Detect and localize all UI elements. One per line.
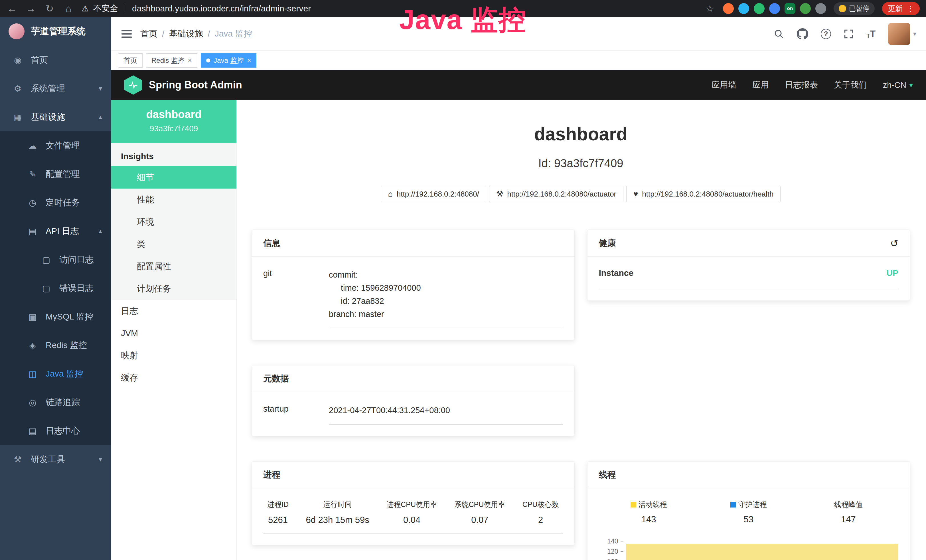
info-line: branch: master bbox=[329, 307, 563, 321]
font-size-icon[interactable]: TT bbox=[866, 29, 876, 39]
sidebar-item-label: 访问日志 bbox=[59, 254, 94, 266]
tab-home[interactable]: 首页 bbox=[118, 53, 142, 68]
forward-icon[interactable]: → bbox=[25, 3, 36, 14]
sba-item-performance[interactable]: 性能 bbox=[111, 189, 236, 211]
process-column-label: 进程ID bbox=[267, 500, 289, 509]
app-logo-row[interactable]: 芋道管理系统 bbox=[0, 17, 111, 45]
search-icon[interactable] bbox=[773, 29, 784, 39]
sba-item-jvm[interactable]: JVM bbox=[111, 322, 236, 344]
sidebar-item-file-management[interactable]: ☁文件管理 bbox=[0, 131, 111, 160]
sidebar-item-dev-tools[interactable]: ⚒研发工具▾ bbox=[0, 445, 111, 474]
sba-sidebar: dashboard 93a3fc7f7409 Insights 细节性能环境类配… bbox=[111, 100, 237, 560]
app-frame: 芋道管理系统 ◉首页⚙系统管理▾▦基础设施▴☁文件管理✎配置管理◷定时任务▤AP… bbox=[0, 17, 926, 560]
process-column-value: 2 bbox=[522, 515, 559, 525]
sba-item-config-properties[interactable]: 配置属性 bbox=[111, 255, 236, 278]
sidebar-item-scheduled-jobs[interactable]: ◷定时任务 bbox=[0, 188, 111, 217]
tab-java-monitor[interactable]: Java 监控× bbox=[201, 53, 256, 68]
breadcrumb-item-infrastructure[interactable]: 基础设施 bbox=[169, 28, 203, 40]
extension-plugin-icon[interactable] bbox=[816, 3, 826, 14]
sba-bottom-list: 日志JVM映射缓存 bbox=[111, 300, 236, 389]
sba-item-mappings[interactable]: 映射 bbox=[111, 344, 236, 366]
address-bar[interactable]: ⚠ 不安全 dashboard.yudao.iocoder.cn/infra/a… bbox=[82, 3, 697, 14]
legend-label: 线程峰值 bbox=[834, 500, 863, 509]
back-icon[interactable]: ← bbox=[6, 3, 18, 14]
app-title: 芋道管理系统 bbox=[31, 25, 86, 38]
sba-item-caches[interactable]: 缓存 bbox=[111, 366, 236, 389]
info-line: id: 27aa832 bbox=[329, 294, 563, 307]
doc-icon: ▢ bbox=[40, 283, 53, 293]
sba-nav-about[interactable]: 关于我们 bbox=[834, 79, 867, 91]
sidebar-item-error-logs[interactable]: ▢错误日志 bbox=[0, 274, 111, 303]
extension-grid-icon[interactable] bbox=[769, 3, 780, 14]
close-icon[interactable]: × bbox=[247, 57, 251, 64]
breadcrumb-item-home[interactable]: 首页 bbox=[140, 28, 157, 40]
sidebar-item-home[interactable]: ◉首页 bbox=[0, 45, 111, 74]
sba-item-scheduled-tasks[interactable]: 计划任务 bbox=[111, 278, 236, 300]
sba-insights-list: 细节性能环境类配置属性计划任务 bbox=[111, 166, 236, 300]
process-column-value: 0.04 bbox=[386, 515, 437, 525]
tab-redis-monitor[interactable]: Redis 监控× bbox=[146, 53, 197, 68]
extension-fox-icon[interactable] bbox=[723, 3, 734, 14]
extension-sprout-icon[interactable] bbox=[800, 3, 811, 14]
bookmark-star-icon[interactable]: ☆ bbox=[704, 3, 716, 14]
refresh-icon[interactable]: ↻ bbox=[44, 3, 55, 14]
threads-area bbox=[626, 544, 899, 560]
home-icon[interactable]: ⌂ bbox=[63, 3, 74, 14]
sba-item-logs[interactable]: 日志 bbox=[111, 300, 236, 322]
process-column-value: 5261 bbox=[267, 515, 289, 525]
sidebar-item-label: 文件管理 bbox=[45, 140, 80, 151]
sidebar-item-mysql-monitor[interactable]: ▣MySQL 监控 bbox=[0, 303, 111, 331]
instance-link-health[interactable]: ♥http://192.168.0.2:48080/actuator/healt… bbox=[626, 186, 781, 202]
active-tab-dot bbox=[206, 59, 210, 62]
sba-instance-header[interactable]: dashboard 93a3fc7f7409 bbox=[111, 100, 236, 143]
update-button[interactable]: 更新 ⋮ bbox=[882, 2, 920, 15]
threads-legend: 活动线程143守护进程53线程峰值147 bbox=[599, 500, 899, 525]
home-icon: ⌂ bbox=[388, 190, 393, 198]
browser-menu-icon[interactable]: ⋮ bbox=[906, 4, 914, 13]
sba-nav-applications[interactable]: 应用 bbox=[752, 79, 769, 91]
wrench-icon: ⚒ bbox=[496, 189, 503, 198]
legend-label-row: 活动线程 bbox=[631, 500, 667, 509]
sidebar-item-system-management[interactable]: ⚙系统管理▾ bbox=[0, 74, 111, 103]
sidebar-toggle-icon[interactable] bbox=[121, 29, 132, 39]
sba-nav-wallboard[interactable]: 应用墙 bbox=[711, 79, 736, 91]
thread-legend-item: 活动线程143 bbox=[599, 500, 699, 525]
sidebar-item-label: Redis 监控 bbox=[45, 339, 87, 351]
history-icon[interactable]: ↺ bbox=[890, 238, 899, 249]
extension-picker-icon[interactable] bbox=[738, 3, 749, 14]
sidebar-item-api-logs[interactable]: ▤API 日志▴ bbox=[0, 217, 111, 245]
close-icon[interactable]: × bbox=[188, 57, 192, 64]
instance-link-actuator[interactable]: ⚒http://192.168.0.2:48080/actuator bbox=[489, 186, 623, 202]
sidebar-item-config-management[interactable]: ✎配置管理 bbox=[0, 160, 111, 188]
sba-item-environment[interactable]: 环境 bbox=[111, 211, 236, 233]
sba-nav-journal[interactable]: 日志报表 bbox=[785, 79, 818, 91]
sidebar-item-java-monitor[interactable]: ◫Java 监控 bbox=[0, 359, 111, 388]
fullscreen-icon[interactable] bbox=[844, 29, 854, 39]
instance-subtitle: Id: 93a3fc7f7409 bbox=[251, 157, 910, 170]
info-card-title: 信息 bbox=[263, 238, 280, 249]
sidebar-item-label: 链路追踪 bbox=[45, 397, 80, 408]
sba-item-details[interactable]: 细节 bbox=[111, 166, 236, 189]
link-url: http://192.168.0.2:48080/ bbox=[397, 190, 479, 198]
legend-label: 守护进程 bbox=[738, 500, 767, 509]
language-select[interactable]: zh-CN ▾ bbox=[883, 80, 913, 90]
extension-translate-icon[interactable] bbox=[754, 3, 764, 14]
language-label: zh-CN bbox=[883, 80, 906, 90]
y-tick-label: 100 bbox=[607, 558, 618, 560]
sidebar-item-tracing[interactable]: ◎链路追踪 bbox=[0, 388, 111, 416]
extension-switch-on-icon[interactable]: on bbox=[785, 3, 795, 14]
process-table: 进程ID5261运行时间6d 23h 15m 59s进程CPU使用率0.04系统… bbox=[263, 500, 563, 533]
sidebar-item-access-logs[interactable]: ▢访问日志 bbox=[0, 245, 111, 274]
legend-swatch bbox=[631, 502, 636, 507]
sba-item-classes[interactable]: 类 bbox=[111, 233, 236, 255]
breadcrumb-separator: / bbox=[162, 29, 164, 39]
github-icon[interactable] bbox=[797, 28, 808, 40]
paused-badge[interactable]: 已暂停 bbox=[834, 2, 875, 15]
redis-icon: ◈ bbox=[26, 341, 39, 350]
sidebar-item-redis-monitor[interactable]: ◈Redis 监控 bbox=[0, 331, 111, 359]
user-menu[interactable]: ▾ bbox=[888, 23, 916, 45]
sidebar-item-infrastructure[interactable]: ▦基础设施▴ bbox=[0, 103, 111, 131]
instance-link-root[interactable]: ⌂http://192.168.0.2:48080/ bbox=[381, 186, 486, 202]
sidebar-item-log-center[interactable]: ▤日志中心 bbox=[0, 416, 111, 445]
help-icon[interactable]: ? bbox=[821, 29, 831, 39]
